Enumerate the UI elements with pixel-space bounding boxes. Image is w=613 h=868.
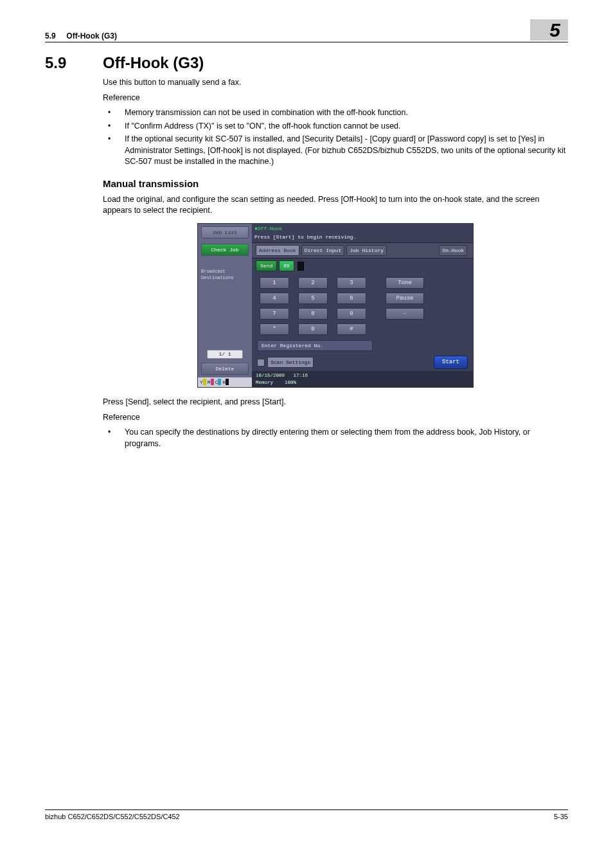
pause-button[interactable]: Pause (386, 293, 424, 304)
supply-levels: Y M C K (198, 377, 252, 387)
keypad-3[interactable]: 3 (337, 277, 366, 289)
body-content: Use this button to manually send a fax. … (103, 77, 568, 449)
tab-job-history[interactable]: Job History (346, 245, 387, 256)
cursor-field[interactable] (298, 262, 304, 271)
section-title-top: Off-Hook (G3) (66, 32, 117, 41)
keypad-star[interactable]: * (260, 323, 289, 335)
send-button[interactable]: Send (256, 260, 277, 271)
intro-text: Use this button to manually send a fax. (103, 77, 568, 89)
page-footer: bizhub C652/C652DS/C552/C552DS/C452 5-35 (45, 809, 568, 820)
chapter-number: 5 (530, 19, 568, 41)
reference-list-1: Memory transmission can not be used in c… (103, 107, 568, 168)
tone-button[interactable]: Tone (386, 277, 424, 289)
shot-left-panel: Job List Check Job Broadcast Destination… (198, 224, 252, 388)
footer-right: 5-35 (554, 813, 568, 820)
enter-registered-no[interactable]: Enter Registered No. (257, 340, 373, 351)
reference-label-2: Reference (103, 412, 568, 424)
start-button[interactable]: Start (434, 356, 468, 369)
scan-settings-icon (257, 359, 265, 366)
off-hook-title: ♦Off-Hook (252, 224, 473, 233)
keypad-0[interactable]: 0 (298, 323, 328, 335)
keypad: 1 2 3 4 5 6 7 8 9 * 0 # Tone (252, 273, 473, 338)
page-header: 5.9 Off-Hook (G3) 5 (45, 19, 568, 42)
ref1-item: If "Confirm Address (TX)" is set to "ON"… (103, 121, 568, 132)
keypad-6[interactable]: 6 (337, 293, 366, 304)
heading-title: Off-Hook (G3) (103, 54, 204, 72)
keypad-1[interactable]: 1 (260, 277, 289, 289)
ref1-item: If the optional security kit SC-507 is i… (103, 134, 568, 168)
footer-left: bizhub C652/C652DS/C552/C552DS/C452 (45, 813, 180, 820)
ref2-item: You can specify the destinations by dire… (103, 427, 568, 449)
scan-settings-button[interactable]: Scan Settings (267, 357, 314, 368)
keypad-4[interactable]: 4 (260, 293, 289, 304)
reference-label-1: Reference (103, 93, 568, 104)
status-bar: 10/15/2009 17:16 Memory 100% (252, 371, 473, 387)
shot-main-panel: ♦Off-Hook Press [Start] to begin receivi… (252, 224, 473, 388)
device-screenshot: Job List Check Job Broadcast Destination… (197, 223, 474, 388)
section-ref-top: 5.9 Off-Hook (G3) (45, 32, 117, 41)
page-indicator: 1/ 1 (207, 350, 243, 358)
reference-list-2: You can specify the destinations by dire… (103, 427, 568, 449)
rx-button[interactable]: RX (279, 260, 294, 271)
keypad-9[interactable]: 9 (337, 308, 366, 320)
on-hook-button[interactable]: On-Hook (439, 245, 467, 256)
job-list-button[interactable]: Job List (201, 226, 249, 239)
subheading-manual-transmission: Manual transmission (103, 177, 568, 190)
ref1-item: Memory transmission can not be used in c… (103, 107, 568, 119)
keypad-2[interactable]: 2 (298, 277, 328, 289)
sub1-text: Load the original, and configure the sca… (103, 194, 568, 217)
keypad-5[interactable]: 5 (298, 293, 328, 304)
broadcast-label: Broadcast Destinations (198, 267, 252, 283)
keypad-7[interactable]: 7 (260, 308, 289, 320)
post-shot-text: Press [Send], select the recipient, and … (103, 397, 568, 408)
tab-address-book[interactable]: Address Book (256, 245, 299, 256)
delete-button[interactable]: Delete (201, 363, 249, 375)
section-heading: 5.9 Off-Hook (G3) (45, 54, 568, 72)
keypad-hash[interactable]: # (337, 323, 366, 335)
off-hook-msg: Press [Start] to begin receiving. (252, 233, 473, 242)
section-num-top: 5.9 (45, 32, 56, 41)
dash-button[interactable]: - (386, 308, 424, 320)
keypad-8[interactable]: 8 (298, 308, 328, 320)
heading-number: 5.9 (45, 54, 103, 72)
tab-direct-input[interactable]: Direct Input (301, 245, 345, 256)
check-job-button[interactable]: Check Job (201, 244, 249, 256)
